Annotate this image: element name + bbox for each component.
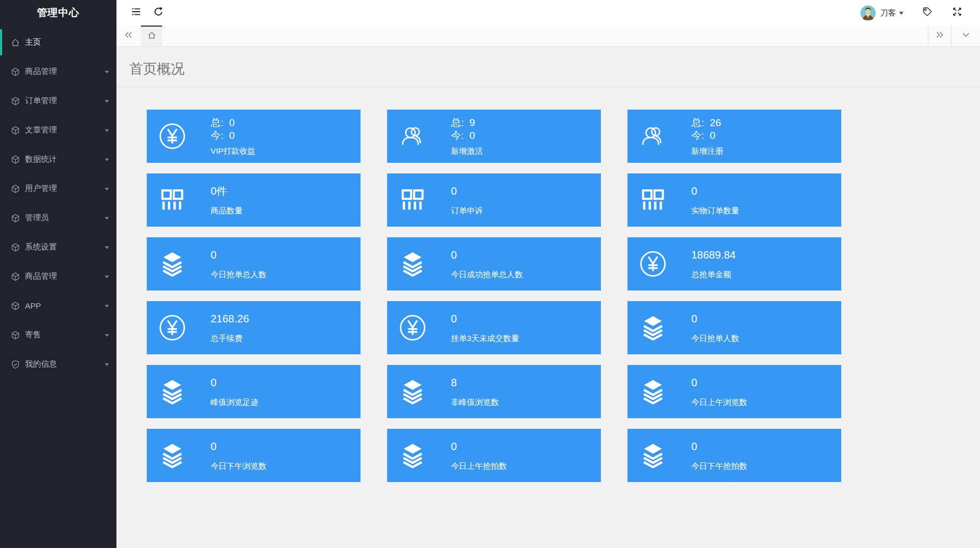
yen-icon [639,250,667,278]
home-icon [147,31,156,42]
stat-card-label: 今日下午抢拍数 [691,461,747,471]
stat-card-text: 0 今日抢单总人数 [211,248,266,280]
stat-card-peak-view-footprint: 0 峰值浏览足迹 [147,365,361,418]
tabs-scroll-right-button[interactable] [928,26,951,46]
users-icon [399,122,426,150]
stat-card-values: 2168.26 [211,312,249,325]
sidebar-item-label: 用户管理 [25,184,105,194]
chevron-down-icon [105,276,109,280]
stat-card-order-appeals: 0 订单申诉 [387,173,601,227]
sidebar-item-goods-mgmt-2[interactable]: 商品管理 [0,262,116,291]
content: 首页概况 总: 0今: 0 VIP打款收益 总: 9今: 0 新增激活 总: 2… [116,47,980,548]
stat-card-text: 0 今日上午浏览数 [691,376,747,408]
stat-card-text: 0 订单申诉 [451,185,483,216]
sidebar-item-user-mgmt[interactable]: 用户管理 [0,174,116,203]
chevron-down-icon [105,71,109,76]
stat-card-value: 0 [691,185,739,197]
cube-icon [11,301,20,311]
layers-icon [158,250,186,278]
stat-card-value: 0 [211,248,266,261]
sidebar-item-label: 数据统计 [25,154,105,164]
stat-card-values: 0 [451,248,523,261]
sidebar-item-admin[interactable]: 管理员 [0,203,116,233]
stat-card-text: 总: 9今: 0 新增激活 [451,117,483,156]
stat-card-today-grab-total-users: 0 今日抢单总人数 [147,237,361,290]
stat-card-text: 0件 商品数量 [211,185,242,216]
sidebar-item-label: 我的信息 [25,359,105,369]
sidebar-collapse-button[interactable] [125,0,147,26]
stat-card-today-am-views: 0 今日上午浏览数 [627,365,841,418]
stat-card-label: 今日上午抢拍数 [451,461,507,471]
tabs-scroll-left-button[interactable] [116,26,140,46]
cube-icon [11,155,20,164]
stat-card-label: 实物订单数量 [691,206,739,216]
stat-card-values: 0 [691,312,739,325]
stat-card-label: 新增激活 [451,146,483,156]
sidebar-item-app[interactable]: APP [0,291,116,320]
stat-card-today-pm-views: 0 今日下午浏览数 [147,429,361,482]
stat-card-label: 订单申诉 [451,206,483,216]
stat-card-label: 今日上午浏览数 [691,397,747,408]
stat-card-pending-3day-orders: 0 挂单3天未成交数量 [387,301,601,354]
sidebar-item-order-mgmt[interactable]: 订单管理 [0,86,116,115]
app-root: 管理中心 主页 商品管理 订单管理 文章管理 数据统计 用户管理 管理员 系统设… [0,0,980,548]
chevron-down-icon [105,129,109,134]
stat-card-values: 0 [211,440,266,453]
stat-card-value: 0 [691,312,739,325]
avatar[interactable] [860,5,876,21]
refresh-icon [153,6,164,19]
stat-card-label: 峰值浏览足迹 [211,397,258,408]
fullscreen-button[interactable] [946,0,968,26]
chevron-down-icon [105,363,109,368]
stat-card-text: 2168.26 总手续费 [211,312,249,344]
sidebar-item-article-mgmt[interactable]: 文章管理 [0,115,116,145]
layers-icon [639,314,667,342]
tabs-menu-button[interactable] [951,26,980,46]
stat-card-label: 新增注册 [691,146,723,156]
goods-icon [399,186,426,214]
stat-card-text: 0 挂单3天未成交数量 [451,312,519,344]
layers-icon [158,442,186,469]
stat-card-label: 挂单3天未成交数量 [451,334,519,344]
yen-icon [158,314,186,342]
menu-toggle-icon [131,6,141,19]
cards-grid: 总: 0今: 0 VIP打款收益 总: 9今: 0 新增激活 总: 26今: 0… [147,110,980,482]
chevron-down-icon [105,188,109,193]
stat-card-values: 8 [451,376,499,389]
sidebar-item-home[interactable]: 主页 [0,28,116,57]
sidebar-item-my-info[interactable]: 我的信息 [0,350,116,379]
cube-icon [11,96,20,106]
stat-card-label: 商品数量 [211,206,242,216]
sidebar-title: 管理中心 [0,0,116,26]
shield-icon [11,360,20,369]
refresh-button[interactable] [147,0,170,26]
stat-card-today-am-grabs: 0 今日上午抢拍数 [387,429,601,482]
topbar-right: 刀客 [860,0,968,26]
stat-card-value: 0 [211,440,266,453]
tag-button[interactable] [916,0,939,26]
sidebar-item-system-settings[interactable]: 系统设置 [0,233,116,262]
stat-card-text: 0 实物订单数量 [691,185,739,216]
layers-icon [639,442,667,469]
stat-card-vip-payment-income: 总: 0今: 0 VIP打款收益 [147,110,361,163]
stat-card-value: 0件 [211,185,242,197]
stat-card-value: 0 [451,440,507,453]
stat-card-values: 0 [451,185,483,197]
stat-card-text: 18689.84 总抢单金额 [691,248,735,280]
stat-card-text: 总: 0今: 0 VIP打款收益 [211,117,255,156]
sidebar-item-label: 系统设置 [25,242,105,252]
sidebar-item-data-stats[interactable]: 数据统计 [0,145,116,174]
tab-home[interactable] [141,26,162,46]
user-menu[interactable]: 刀客 [880,8,903,18]
sidebar-item-goods-mgmt[interactable]: 商品管理 [0,57,116,86]
tag-icon [922,6,933,19]
chevron-down-icon [105,334,109,339]
stat-card-values: 0 [451,312,519,325]
stat-card-total-fee: 2168.26 总手续费 [147,301,361,354]
sidebar-item-consignment[interactable]: 寄售 [0,320,116,350]
chevron-down-icon [105,305,109,310]
stat-card-value: 2168.26 [211,312,249,325]
goods-icon [158,186,186,214]
fullscreen-icon [952,6,962,19]
stat-card-value: 18689.84 [691,248,735,261]
